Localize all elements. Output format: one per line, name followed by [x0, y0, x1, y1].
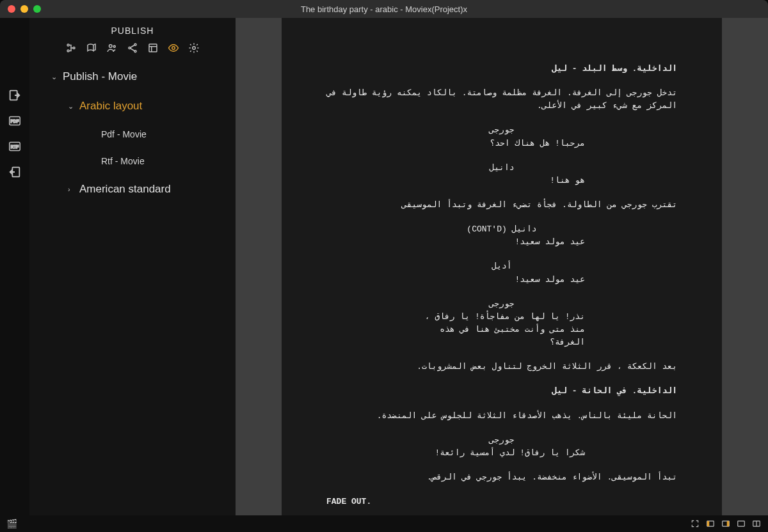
action-text: بعد الكعكة ، قرر الثلاثة الخروج لتناول ب…	[326, 361, 677, 373]
scene-heading: الداخلية. وسط البلد - ليل	[326, 63, 677, 75]
tree-arabic-layout[interactable]: ⌄ Arabic layout	[29, 95, 236, 118]
svg-rect-18	[707, 521, 710, 526]
clapper-icon[interactable]: 🎬	[6, 519, 17, 529]
svg-point-12	[129, 47, 131, 49]
gear-icon[interactable]	[188, 42, 200, 54]
svg-point-9	[109, 45, 113, 48]
document-area: الداخلية. وسط البلد - ليل تدخل جورجى إلى…	[236, 18, 768, 515]
people-icon[interactable]	[106, 42, 118, 54]
dialog-text: هو هنا!	[419, 175, 585, 187]
svg-rect-21	[738, 521, 745, 526]
sidebar-header: PUBLISH	[29, 18, 236, 42]
close-window-button[interactable]	[8, 5, 15, 13]
tree-american-standard[interactable]: › American standard	[29, 178, 236, 201]
titlebar: The birthday party - arabic - Moviex(Pro…	[0, 0, 768, 18]
chevron-down-icon: ⌄	[68, 102, 74, 111]
chevron-right-icon: ›	[68, 185, 70, 193]
dialog-text: عيد مولد سعيد!	[419, 274, 585, 286]
dialog-text: عيد مولد سعيد!	[419, 236, 585, 249]
bottom-bar: 🎬	[0, 515, 768, 532]
character-name: جورجى	[326, 434, 677, 447]
panel-right-icon[interactable]	[721, 519, 731, 528]
share-icon[interactable]	[127, 42, 138, 54]
action-text: الحانة مليئة بالناس. يذهب الأصدقاء الثلا…	[326, 410, 677, 423]
tree-item-label: Publish - Movie	[63, 70, 137, 83]
panel-split-icon[interactable]	[751, 519, 762, 528]
action-text: تدخل جورجى إلى الغرفة. الغرفة مظلمة وصام…	[326, 87, 677, 113]
window-controls	[0, 5, 41, 13]
svg-rect-14	[149, 44, 157, 52]
svg-point-7	[67, 50, 69, 52]
chevron-down-icon: ⌄	[51, 73, 57, 81]
character-name: جورجى	[326, 124, 677, 137]
import-icon[interactable]	[8, 88, 22, 102]
svg-rect-20	[727, 521, 730, 526]
pdf-icon[interactable]: PDF	[8, 114, 22, 128]
tree-publish-movie[interactable]: ⌄ Publish - Movie	[29, 65, 236, 88]
tree-icon[interactable]	[65, 42, 77, 54]
svg-point-6	[67, 44, 69, 46]
fullscreen-icon[interactable]	[690, 519, 700, 528]
sidebar-toolbar	[29, 42, 236, 61]
rtf-icon[interactable]: RTF	[8, 139, 22, 153]
scene-heading: الداخلية. في الحانة - ليل	[326, 385, 677, 398]
svg-point-15	[172, 47, 175, 50]
action-text: تبدأ الموسيقى. الأضواء منخفضة. يبدأ جورج…	[326, 471, 677, 484]
publish-tree: ⌄ Publish - Movie ⌄ Arabic layout Pdf - …	[29, 61, 236, 205]
tree-item-label: American standard	[79, 183, 171, 196]
window-title: The birthday party - arabic - Moviex(Pro…	[0, 4, 768, 14]
dialog-text: نذر! يا لها من مفاجأة! يا رفاق ، منذ متى…	[419, 311, 585, 349]
left-rail: PDF RTF	[0, 18, 29, 515]
panel-none-icon[interactable]	[736, 519, 746, 528]
fade-out: FADE OUT.	[326, 496, 677, 508]
action-text: تقترب جورجي من الطاولة. فجأة تضيء الغرفة…	[326, 199, 677, 212]
svg-point-10	[113, 45, 115, 47]
dialog-text: شكرا يا رفاق! لدي أمسية رائعة!	[419, 447, 585, 460]
dialog-text: مرحبا! هل هناك احد؟	[419, 137, 585, 150]
tree-item-label: Pdf - Movie	[101, 129, 147, 139]
tree-rtf-movie[interactable]: Rtf - Movie	[29, 151, 236, 171]
export-icon[interactable]	[8, 165, 22, 179]
svg-point-11	[134, 43, 136, 45]
svg-point-13	[134, 51, 136, 52]
minimize-window-button[interactable]	[20, 5, 28, 13]
sidebar: PUBLISH ⌄ Publish - Movie ⌄ Arabic layou…	[29, 18, 236, 515]
maximize-window-button[interactable]	[33, 5, 41, 13]
character-name: دانيل (CONT'D)	[326, 223, 677, 236]
svg-point-8	[73, 47, 75, 49]
character-name: أديل	[326, 260, 677, 273]
svg-text:PDF: PDF	[11, 119, 19, 123]
character-name: جورجى	[326, 298, 677, 311]
svg-point-16	[193, 47, 196, 50]
book-icon[interactable]	[86, 42, 97, 54]
layout-icon[interactable]	[147, 42, 159, 54]
character-name: دانيل	[326, 162, 677, 175]
tree-item-label: Rtf - Movie	[101, 156, 145, 166]
svg-text:RTF: RTF	[11, 145, 19, 149]
panel-left-icon[interactable]	[705, 519, 716, 528]
tree-pdf-movie[interactable]: Pdf - Movie	[29, 124, 236, 145]
script-page: الداخلية. وسط البلد - ليل تدخل جورجى إلى…	[282, 18, 722, 515]
eye-icon[interactable]	[168, 42, 179, 54]
tree-item-label: Arabic layout	[79, 100, 142, 113]
